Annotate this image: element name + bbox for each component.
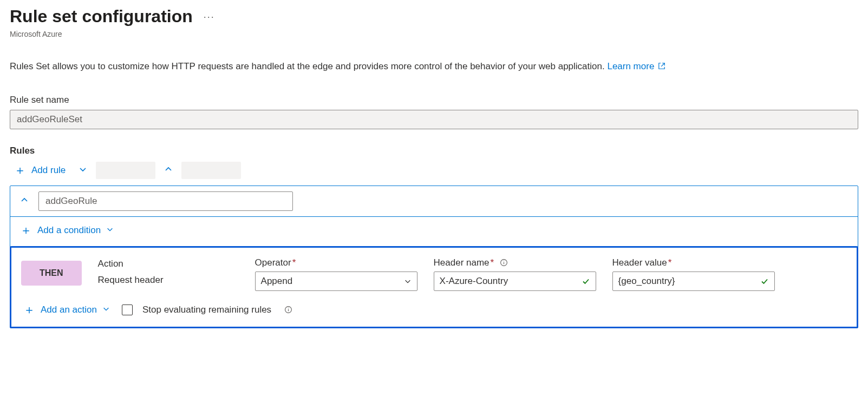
- add-action-label: Add an action: [41, 305, 97, 315]
- check-icon: [760, 277, 769, 286]
- check-icon: [582, 277, 590, 286]
- move-down-target-input[interactable]: [96, 162, 155, 179]
- rules-toolbar: ＋ Add rule: [10, 162, 858, 179]
- more-icon[interactable]: ···: [204, 12, 215, 22]
- add-condition-button[interactable]: ＋ Add a condition: [18, 224, 116, 236]
- info-icon[interactable]: [500, 259, 508, 267]
- chevron-down-icon: [404, 277, 412, 285]
- operator-column: Operator* Append: [255, 257, 417, 291]
- then-block: THEN Action Request header Operator* App…: [10, 246, 858, 328]
- ruleset-name-input[interactable]: [10, 110, 858, 129]
- header-value-input-wrap: [612, 272, 775, 291]
- action-column: Action Request header: [98, 257, 239, 286]
- header-name-label: Header name*: [434, 257, 596, 268]
- info-icon[interactable]: [284, 306, 292, 314]
- rule-card: ＋ Add a condition THEN Action Request he…: [10, 186, 858, 328]
- required-mark: *: [668, 257, 672, 268]
- add-rule-button[interactable]: ＋ Add rule: [10, 162, 70, 178]
- header-value-column: Header value*: [612, 257, 775, 291]
- move-down-button[interactable]: [76, 163, 89, 178]
- rule-name-input[interactable]: [38, 191, 293, 211]
- chevron-down-icon: [102, 305, 110, 315]
- svg-point-2: [504, 261, 504, 261]
- stop-evaluating-label: Stop evaluating remaining rules: [142, 305, 271, 315]
- add-action-button[interactable]: ＋ Add an action: [21, 304, 112, 316]
- add-condition-label: Add a condition: [37, 225, 101, 236]
- rule-card-header: [10, 186, 858, 217]
- header-value-input[interactable]: [618, 276, 756, 287]
- rules-section-header: Rules: [10, 145, 858, 156]
- condition-row: ＋ Add a condition: [10, 217, 858, 246]
- header-name-column: Header name*: [434, 257, 596, 291]
- learn-more-label: Learn more: [607, 61, 654, 71]
- external-link-icon: [657, 61, 665, 71]
- action-value: Request header: [98, 275, 239, 286]
- svg-point-5: [288, 308, 289, 308]
- plus-icon: ＋: [23, 304, 35, 316]
- header-value-label-text: Header value: [612, 257, 667, 268]
- operator-select[interactable]: Append: [255, 272, 417, 291]
- plus-icon: ＋: [20, 224, 32, 236]
- ruleset-name-label: Rule set name: [10, 95, 858, 105]
- required-mark: *: [491, 257, 494, 268]
- chevron-down-icon: [106, 225, 114, 236]
- learn-more-link[interactable]: Learn more: [607, 61, 665, 71]
- then-footer-row: ＋ Add an action Stop evaluating remainin…: [21, 304, 847, 316]
- page-subtitle: Microsoft Azure: [10, 30, 858, 38]
- description-text: Rules Set allows you to customize how HT…: [10, 60, 858, 73]
- header-name-label-text: Header name: [434, 257, 490, 268]
- add-rule-label: Add rule: [31, 165, 66, 176]
- header-name-input[interactable]: [440, 276, 577, 287]
- page-title: Rule set configuration: [10, 6, 193, 27]
- then-badge: THEN: [21, 261, 82, 286]
- operator-label-text: Operator: [255, 257, 291, 268]
- operator-label: Operator*: [255, 257, 417, 268]
- header-name-input-wrap: [434, 272, 596, 291]
- plus-icon: ＋: [14, 164, 26, 176]
- description-body: Rules Set allows you to customize how HT…: [10, 61, 607, 71]
- stop-evaluating-checkbox[interactable]: [122, 305, 133, 315]
- operator-select-value: Append: [261, 276, 400, 287]
- move-up-target-input[interactable]: [181, 162, 241, 179]
- collapse-rule-button[interactable]: [18, 194, 31, 209]
- move-up-button[interactable]: [162, 163, 175, 178]
- header-value-label: Header value*: [612, 257, 775, 268]
- required-mark: *: [292, 257, 296, 268]
- action-label: Action: [98, 259, 239, 269]
